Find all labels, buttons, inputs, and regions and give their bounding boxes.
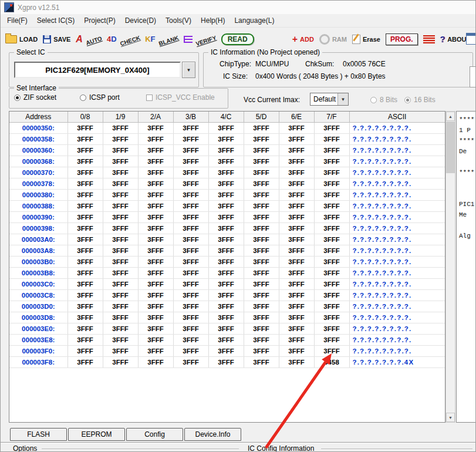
data-cell[interactable]: 3FFF <box>138 346 173 357</box>
data-cell[interactable]: 3FFF <box>208 212 244 223</box>
data-cell[interactable]: 3FFF <box>244 346 279 357</box>
blank-button[interactable]: KF BLANK <box>145 35 178 43</box>
ascii-cell[interactable]: ?.?.?.?.?.?.?.4X <box>349 357 445 368</box>
data-cell[interactable]: 3FFF <box>314 212 349 223</box>
data-cell[interactable]: 3FFF <box>103 156 138 167</box>
address-cell[interactable]: 00000390: <box>9 212 67 223</box>
ascii-cell[interactable]: ?.?.?.?.?.?.?.?. <box>349 123 445 134</box>
menu-item-tools[interactable]: Tools(V) <box>161 15 196 26</box>
verify-button[interactable]: VERIFY <box>184 36 216 43</box>
scrollbar-thumb[interactable] <box>446 122 455 173</box>
ascii-cell[interactable]: ?.?.?.?.?.?.?.?. <box>349 201 445 212</box>
data-cell[interactable]: 3FFF <box>138 279 173 290</box>
data-cell[interactable]: 3FFF <box>103 178 138 190</box>
data-cell[interactable]: 3FFF <box>208 323 244 335</box>
data-cell[interactable]: 3FFF <box>138 357 173 368</box>
data-cell[interactable]: 3FFF <box>67 145 103 156</box>
data-cell[interactable]: 3FFF <box>279 323 314 335</box>
data-cell[interactable]: 3FFF <box>173 190 208 201</box>
hex-col-header[interactable]: Address <box>9 112 67 123</box>
data-cell[interactable]: 3FFF <box>173 335 208 346</box>
menu-item-file[interactable]: File(F) <box>2 15 32 26</box>
data-cell[interactable]: 3FFF <box>138 156 173 167</box>
ascii-cell[interactable]: ?.?.?.?.?.?.?.?. <box>349 346 445 357</box>
address-cell[interactable]: 00000398: <box>9 223 67 234</box>
data-cell[interactable]: 3FFF <box>67 323 103 335</box>
data-cell[interactable]: 3FFF <box>314 312 349 323</box>
hex-editor[interactable]: Address0/81/92/A3/B4/C5/D6/E7/FASCII 000… <box>9 111 445 423</box>
hex-col-header[interactable]: 1/9 <box>103 112 138 123</box>
scroll-down-button[interactable]: ▼ <box>446 413 455 422</box>
data-cell[interactable]: 3FFF <box>244 223 279 234</box>
hex-col-header[interactable]: 0/8 <box>67 112 103 123</box>
data-cell[interactable]: 3FFF <box>244 268 279 279</box>
data-cell[interactable]: 3FFF <box>208 190 244 201</box>
menu-item-select-ic[interactable]: Select IC(S) <box>32 15 80 26</box>
data-cell[interactable]: 3FFF <box>208 201 244 212</box>
ascii-cell[interactable]: ?.?.?.?.?.?.?.?. <box>349 167 445 178</box>
data-cell[interactable]: 3FFF <box>138 312 173 323</box>
data-cell[interactable]: 3FFF <box>279 301 314 312</box>
ascii-cell[interactable]: ?.?.?.?.?.?.?.?. <box>349 323 445 335</box>
data-cell[interactable]: 3FFF <box>67 245 103 257</box>
ram-button[interactable]: RAM <box>319 34 347 45</box>
data-cell[interactable]: 3FFF <box>279 357 314 368</box>
data-cell[interactable]: 3FFF <box>173 323 208 335</box>
ascii-cell[interactable]: ?.?.?.?.?.?.?.?. <box>349 290 445 301</box>
ascii-cell[interactable]: ?.?.?.?.?.?.?.?. <box>349 234 445 245</box>
data-cell[interactable]: 3FFF <box>244 234 279 245</box>
data-cell[interactable]: 3FFF <box>208 223 244 234</box>
load-button[interactable]: LOAD <box>5 35 38 43</box>
data-cell[interactable]: 3FFF <box>208 167 244 178</box>
data-cell[interactable]: 3FFF <box>103 335 138 346</box>
ascii-cell[interactable]: ?.?.?.?.?.?.?.?. <box>349 335 445 346</box>
data-cell[interactable]: 3FFF <box>208 312 244 323</box>
chip-test-button[interactable] <box>423 35 435 43</box>
ascii-cell[interactable]: ?.?.?.?.?.?.?.?. <box>349 312 445 323</box>
menu-item-project[interactable]: Project(P) <box>79 15 120 26</box>
data-cell[interactable]: 3FFF <box>208 156 244 167</box>
data-cell[interactable]: 3FFF <box>279 201 314 212</box>
data-cell[interactable]: 3FFF <box>103 268 138 279</box>
data-cell[interactable]: 3FFF <box>173 167 208 178</box>
tab-flash[interactable]: FLASH <box>10 428 67 441</box>
data-cell[interactable]: 3FFF <box>208 290 244 301</box>
icsp-port-radio[interactable]: ICSP port <box>80 93 120 102</box>
data-cell[interactable]: 3FFF <box>279 268 314 279</box>
ascii-cell[interactable]: ?.?.?.?.?.?.?.?. <box>349 257 445 268</box>
data-cell[interactable]: 3FFF <box>67 234 103 245</box>
data-cell[interactable]: 3FFF <box>279 290 314 301</box>
data-cell[interactable]: 3FFF <box>208 301 244 312</box>
data-cell[interactable]: 3FFF <box>244 201 279 212</box>
data-cell[interactable]: 3FFF <box>208 245 244 257</box>
data-cell[interactable]: 3FFF <box>138 290 173 301</box>
hex-col-header[interactable]: 4/C <box>208 112 244 123</box>
tab-device-info[interactable]: Device.Info <box>184 428 241 441</box>
data-cell[interactable]: 3FFF <box>138 190 173 201</box>
data-cell[interactable]: 3FFF <box>244 156 279 167</box>
data-cell[interactable]: 3FFF <box>314 156 349 167</box>
data-cell[interactable]: 3FFF <box>138 134 173 145</box>
auto-button[interactable]: A AUTO <box>76 34 102 45</box>
erase-button[interactable]: Erase <box>352 35 380 44</box>
data-cell[interactable]: 3FFF <box>173 178 208 190</box>
data-cell[interactable]: 3FFF <box>138 201 173 212</box>
data-cell[interactable]: 3FFF <box>138 167 173 178</box>
add-button[interactable]: + ADD <box>292 36 314 43</box>
clipped-toolbar-icon[interactable] <box>466 33 476 45</box>
data-cell[interactable]: 3FFF <box>314 123 349 134</box>
data-cell[interactable]: 3FFF <box>208 123 244 134</box>
data-cell[interactable]: 3FFF <box>138 145 173 156</box>
ascii-cell[interactable]: ?.?.?.?.?.?.?.?. <box>349 223 445 234</box>
menu-item-help[interactable]: Help(H) <box>196 15 229 26</box>
data-cell[interactable]: 3FFF <box>173 134 208 145</box>
data-cell[interactable]: 3FFF <box>208 178 244 190</box>
data-cell[interactable]: 3FFF <box>173 234 208 245</box>
address-cell[interactable]: 000003D8: <box>9 312 67 323</box>
data-cell[interactable]: 3FFF <box>67 134 103 145</box>
vertical-scrollbar[interactable]: ▲ ▼ <box>445 111 455 423</box>
data-cell[interactable]: 3FFF <box>138 301 173 312</box>
data-cell[interactable]: 3FFF <box>314 245 349 257</box>
data-cell[interactable]: 3FFF <box>173 123 208 134</box>
data-cell[interactable]: 3FFF <box>314 335 349 346</box>
